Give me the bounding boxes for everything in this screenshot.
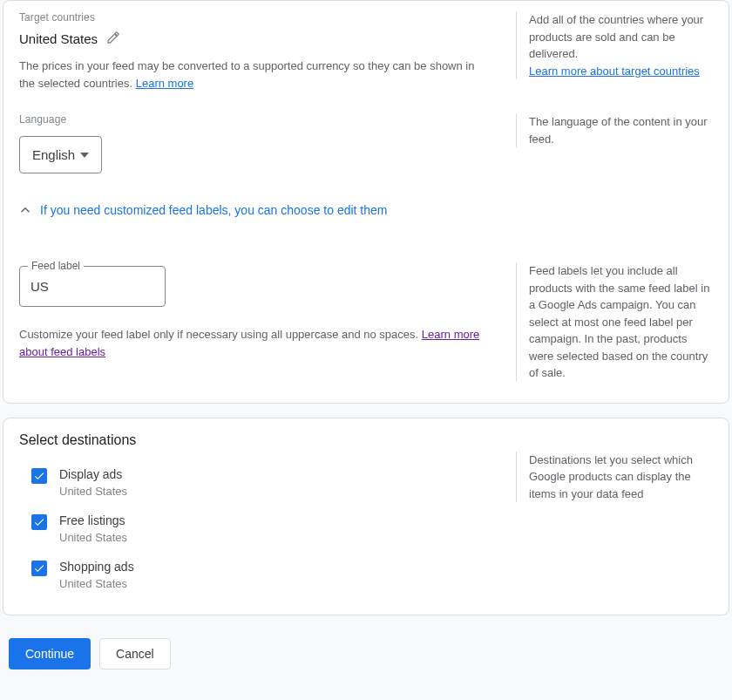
language-aside: The language of the content in your feed… (516, 113, 713, 147)
target-countries-learn-more-link[interactable]: Learn more (136, 77, 193, 90)
action-row: Continue Cancel (0, 629, 732, 682)
language-select-value: English (32, 147, 75, 162)
target-countries-aside-link[interactable]: Learn more about target countries (529, 65, 700, 78)
destinations-list: Display ads United States Free listings … (19, 467, 491, 594)
destinations-title: Select destinations (3, 418, 729, 448)
settings-card: Target countries United States The price… (3, 0, 729, 404)
target-countries-aside: Add all of the countries where your prod… (516, 11, 713, 79)
caret-down-icon (80, 153, 89, 158)
destination-checkbox[interactable] (31, 468, 47, 484)
destination-checkbox[interactable] (31, 561, 47, 576)
feed-label-toggle[interactable]: If you need customized feed labels, you … (19, 203, 491, 217)
destination-title: Free listings (59, 513, 127, 527)
pencil-icon (106, 31, 120, 47)
feed-label-aside: Feed labels let you include all products… (516, 262, 713, 382)
chevron-up-icon (19, 204, 31, 216)
continue-button[interactable]: Continue (9, 638, 91, 669)
destination-item: Display ads United States (31, 467, 491, 498)
language-section: Language English If you need customized … (3, 113, 729, 238)
destination-sub: United States (59, 577, 134, 590)
cancel-button[interactable]: Cancel (99, 638, 171, 669)
target-countries-helper: The prices in your feed may be converted… (19, 58, 491, 92)
destination-checkbox[interactable] (31, 514, 47, 530)
destination-item: Free listings United States (31, 513, 491, 544)
destination-item: Shopping ads United States (31, 560, 491, 590)
language-select[interactable]: English (19, 136, 102, 173)
feed-label-section: Feed label Customize your feed label onl… (3, 262, 729, 403)
destination-title: Display ads (59, 467, 127, 481)
destination-sub: United States (59, 531, 127, 544)
feed-label-helper: Customize your feed label only if necess… (19, 326, 491, 361)
feed-label-input[interactable] (19, 266, 166, 307)
edit-country-button[interactable] (105, 29, 122, 49)
target-countries-section: Target countries United States The price… (3, 1, 729, 113)
target-country-value: United States (19, 31, 98, 46)
destinations-card: Select destinations Display ads United S… (3, 418, 729, 615)
destinations-aside: Destinations let you select which Google… (516, 452, 713, 503)
target-countries-label: Target countries (19, 11, 491, 24)
feed-label-toggle-text: If you need customized feed labels, you … (40, 203, 387, 217)
destination-sub: United States (59, 485, 127, 498)
destination-title: Shopping ads (59, 560, 134, 574)
feed-label-field-label: Feed label (28, 260, 84, 272)
language-label: Language (19, 113, 491, 126)
